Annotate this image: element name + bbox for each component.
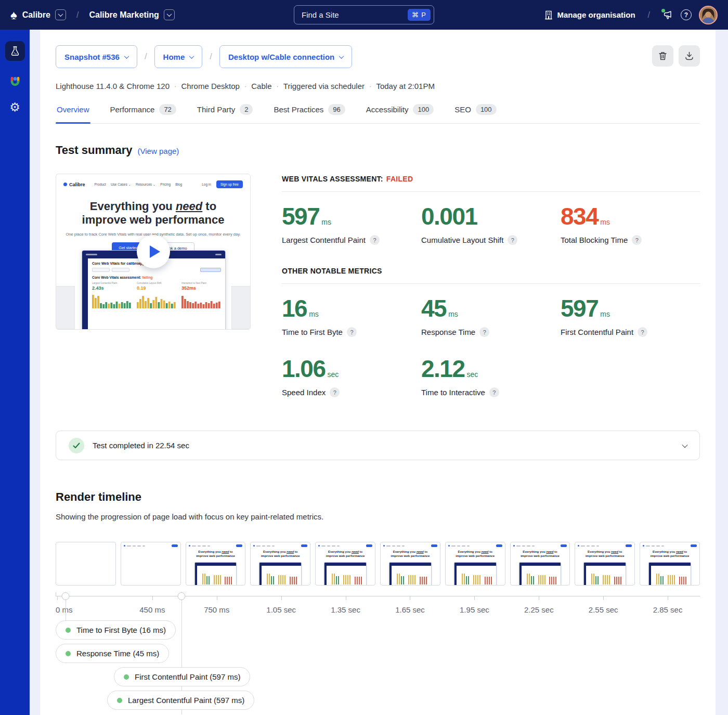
check-icon <box>69 438 84 453</box>
poster-heading: Everything you need to improve web perfo… <box>56 200 250 227</box>
tab-badge: 96 <box>328 104 345 115</box>
manage-organisation-button[interactable]: Manage organisation <box>544 10 635 20</box>
gear-icon: ⚙ <box>9 101 20 113</box>
meta-separator: · <box>174 82 176 90</box>
timeline-tick-labels: 0 ms450 ms750 ms1.05 sec1.35 sec1.65 sec… <box>56 605 700 614</box>
play-icon <box>150 245 160 258</box>
timeline-tick-label: 1.95 sec <box>442 605 506 614</box>
download-report-button[interactable] <box>679 45 700 67</box>
chevron-down-icon <box>682 441 687 447</box>
delete-snapshot-button[interactable] <box>652 45 673 67</box>
green-dot-icon <box>117 698 122 703</box>
main-content: Snapshot #536 / Home / Desktop w/Cable c… <box>40 30 716 715</box>
mini-bar-chart <box>137 293 176 308</box>
metric-fcp: 597ms First Contentful Paint? <box>561 296 700 337</box>
sidebar-item-chrome-ux[interactable] <box>8 74 22 88</box>
search-shortcut-badge: ⌘ P <box>408 9 431 21</box>
site-name: Calibre Marketing <box>89 10 159 20</box>
help-tooltip-button[interactable]: ? <box>347 327 357 337</box>
poster-mini-nav: Calibre ProductUse Cases ⌄Resources ⌄Pri… <box>56 174 250 188</box>
filmstrip-frame-full: Everything you need toimprove web perfor… <box>186 542 246 586</box>
search-input[interactable]: Find a Site ⌘ P <box>294 5 434 24</box>
page-dropdown[interactable]: Home <box>154 45 203 68</box>
org-switcher[interactable]: Calibre <box>22 9 66 20</box>
timeline-axis <box>56 592 700 601</box>
sidebar-item-tests[interactable] <box>5 41 25 61</box>
filmstrip-frame-full: Everything you need toimprove web perfor… <box>380 542 440 586</box>
completion-text: Test completed in 22.54 sec <box>93 441 189 450</box>
marker-ttfb: Time to First Byte (16 ms) <box>56 620 176 640</box>
timeline-tick-label: 2.25 sec <box>506 605 571 614</box>
green-dot-icon <box>66 628 71 633</box>
tab-best-practices[interactable]: Best Practices96 <box>272 104 346 123</box>
render-timeline-description: Showing the progression of page load wit… <box>56 512 700 521</box>
timeline-event-dot <box>178 592 186 600</box>
view-page-link[interactable]: (View page) <box>138 147 179 155</box>
meta-item: Chrome Desktop <box>181 82 240 90</box>
timeline-axis-area: 0 ms450 ms750 ms1.05 sec1.35 sec1.65 sec… <box>56 592 700 710</box>
metric-tti: 2.12sec Time to Interactive? <box>421 357 561 397</box>
test-video-poster[interactable]: Calibre ProductUse Cases ⌄Resources ⌄Pri… <box>56 174 251 330</box>
report-tabs: Overview Performance72 Third Party2 Best… <box>56 104 700 124</box>
chevron-down-icon <box>189 54 194 59</box>
help-tooltip-button[interactable]: ? <box>479 327 489 337</box>
help-tooltip-button[interactable]: ? <box>508 235 517 245</box>
chevron-down-icon <box>55 9 66 20</box>
calibre-logo-icon: ♠ <box>10 9 17 21</box>
tab-performance[interactable]: Performance72 <box>109 104 177 123</box>
sidebar-item-settings[interactable]: ⚙ <box>9 101 20 113</box>
snapshot-dropdown[interactable]: Snapshot #536 <box>56 45 137 68</box>
profile-dropdown[interactable]: Desktop w/Cable connection <box>219 45 352 68</box>
mini-bar-chart <box>92 293 132 308</box>
meta-separator: · <box>276 82 278 90</box>
meta-separator: · <box>244 82 246 90</box>
green-dot-icon <box>124 674 129 680</box>
tab-badge: 100 <box>476 104 497 115</box>
tab-badge: 72 <box>159 104 176 115</box>
assessment-status: FAILED <box>386 175 413 183</box>
org-name: Calibre <box>22 10 50 20</box>
tab-badge: 2 <box>240 104 253 115</box>
metric-lcp: 597ms Largest Contentful Paint? <box>282 204 421 245</box>
test-summary-title: Test summary <box>56 144 133 157</box>
filmstrip-frame-full: Everything you need toimprove web perfor… <box>575 542 635 586</box>
chevron-down-icon <box>164 9 175 20</box>
help-button[interactable]: ? <box>681 9 692 20</box>
meta-item: Triggered via scheduler <box>283 82 365 90</box>
assessment-header: WEB VITALS ASSESSMENT:FAILED <box>282 175 700 183</box>
test-meta-info: Lighthouse 11.4.0 & Chrome 120·Chrome De… <box>56 82 700 90</box>
help-tooltip-button[interactable]: ? <box>330 387 340 397</box>
trash-icon <box>658 51 668 61</box>
tab-overview[interactable]: Overview <box>56 104 90 123</box>
meta-item: Today at 2:01PM <box>376 82 435 90</box>
whats-new-button[interactable] <box>662 10 673 20</box>
crumb-separator: / <box>210 51 212 62</box>
meta-item: Lighthouse 11.4.0 & Chrome 120 <box>56 82 170 90</box>
tab-seo[interactable]: SEO100 <box>453 104 497 123</box>
test-completed-expander[interactable]: Test completed in 22.54 sec <box>56 431 700 460</box>
meta-separator: · <box>369 82 371 90</box>
tab-third-party[interactable]: Third Party2 <box>196 104 254 123</box>
download-icon <box>684 51 694 61</box>
building-icon <box>544 10 553 20</box>
help-tooltip-button[interactable]: ? <box>489 387 499 397</box>
timeline-tick-label: 750 ms <box>185 605 249 614</box>
user-avatar[interactable] <box>699 6 718 24</box>
play-video-button[interactable] <box>137 235 170 268</box>
timeline-tick-label: 2.55 sec <box>571 605 635 614</box>
filmstrip: Everything you need toimprove web perfor… <box>56 542 700 586</box>
metric-cls: 0.001 Cumulative Layout Shift? <box>421 204 561 245</box>
metric-speed-index: 1.06sec Speed Index? <box>282 357 421 397</box>
help-tooltip-button[interactable]: ? <box>632 235 642 245</box>
app-sidebar: ⚙ <box>0 30 30 715</box>
filmstrip-frame-full: Everything you need toimprove web perfor… <box>250 542 310 586</box>
snapshot-breadcrumb: Snapshot #536 / Home / Desktop w/Cable c… <box>56 45 352 68</box>
timeline-tick-label: 2.85 sec <box>635 605 700 614</box>
tab-accessibility[interactable]: Accessibility100 <box>365 104 435 123</box>
site-switcher[interactable]: Calibre Marketing <box>89 9 174 20</box>
notification-dot <box>661 9 665 12</box>
help-tooltip-button[interactable]: ? <box>638 327 647 337</box>
web-vitals-panel: WEB VITALS ASSESSMENT:FAILED 597ms Large… <box>282 174 700 397</box>
top-navbar: ♠ Calibre / Calibre Marketing Find a Sit… <box>0 0 728 30</box>
help-tooltip-button[interactable]: ? <box>370 235 380 245</box>
